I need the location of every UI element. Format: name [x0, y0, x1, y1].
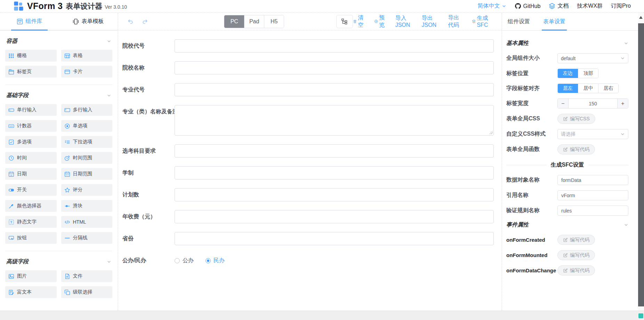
chevron-down-icon[interactable] [107, 93, 111, 98]
widget-cascader[interactable]: 级联选择 [61, 286, 113, 298]
section-header-container[interactable]: 容器 [6, 38, 111, 45]
edit-global-functions-button[interactable]: 编写代码 [557, 144, 595, 154]
export-code-button[interactable]: 导出代码 [448, 14, 463, 29]
widget-date-range[interactable]: 日期范围 [61, 168, 113, 180]
widget-date[interactable]: 日期 [5, 168, 57, 180]
widget-card[interactable]: 卡片 [61, 66, 113, 78]
widget-number[interactable]: 计数器 [5, 120, 57, 132]
widget-multi-line-input[interactable]: 多行输入 [61, 104, 113, 116]
label-align-left[interactable]: 居左 [558, 84, 578, 93]
widget-select[interactable]: 下拉选项 [61, 136, 113, 148]
ref-name-input[interactable] [557, 190, 628, 200]
widget-switch[interactable]: 开关 [5, 184, 57, 196]
custom-class-select[interactable]: 请选择 [557, 129, 628, 139]
device-pad[interactable]: Pad [244, 15, 264, 28]
form-field-row[interactable]: 院校代号 [122, 39, 494, 53]
basic-props-header[interactable]: 基本属性 [506, 40, 628, 47]
widget-rate[interactable]: 评分 [61, 184, 113, 196]
label-position-left[interactable]: 左边 [558, 69, 578, 78]
widget-checkbox[interactable]: 多选项 [5, 136, 57, 148]
textarea-resize-handle[interactable] [489, 130, 493, 134]
widget-slider[interactable]: 滑块 [61, 200, 113, 212]
form-field-row[interactable]: 公办/民办 公办 民办 [122, 254, 494, 267]
widget-rich-editor[interactable]: 富文本 [5, 286, 57, 298]
edit-css-button[interactable]: 编写CSS [557, 114, 595, 124]
label-align-right[interactable]: 居右 [598, 84, 618, 93]
chevron-down-icon[interactable] [107, 259, 111, 264]
widget-color-picker[interactable]: 颜色选择器 [5, 200, 57, 212]
undo-icon[interactable] [127, 17, 134, 26]
tab-form-template[interactable]: 表单模板 [59, 13, 118, 30]
model-name-input[interactable] [557, 175, 628, 185]
widget-grid[interactable]: 栅格 [5, 50, 57, 62]
label-align-center[interactable]: 居中 [578, 84, 598, 93]
redo-icon[interactable] [142, 17, 148, 26]
import-json-button[interactable]: 导入JSON [395, 15, 413, 28]
widget-static-text[interactable]: 静态文字 [5, 216, 57, 228]
form-field-row[interactable]: 年收费（元） [122, 210, 494, 223]
widget-button[interactable]: 按钮 [5, 232, 57, 244]
widget-file[interactable]: 文件 [61, 270, 113, 282]
outline-tree-button[interactable] [336, 15, 353, 28]
field-input-yxdh[interactable] [175, 39, 494, 53]
stepper-increase-button[interactable]: + [618, 99, 628, 108]
device-h5[interactable]: H5 [264, 15, 284, 28]
widget-tab-page[interactable]: 标签页 [5, 66, 57, 78]
widget-size-select[interactable]: default [557, 53, 628, 63]
field-input-jhs[interactable] [175, 188, 494, 201]
rules-name-input[interactable] [557, 206, 628, 216]
field-input-xkkm[interactable] [175, 144, 494, 158]
form-field-row[interactable]: 院校名称 [122, 61, 494, 74]
radio-option-private[interactable]: 民办 [206, 257, 225, 264]
form-field-row[interactable]: 专业（类）名称及备注 [122, 105, 494, 136]
scrollbar-up-arrow-icon[interactable] [639, 16, 643, 19]
widget-time-range[interactable]: 时间范围 [61, 152, 113, 164]
widget-single-line-input[interactable]: 单行输入 [5, 104, 57, 116]
docs-link[interactable]: 文档 [549, 2, 569, 10]
edit-onformmounted-button[interactable]: 编写代码 [557, 250, 595, 260]
tab-widget-library[interactable]: 组件库 [0, 13, 59, 30]
form-field-row[interactable]: 选考科目要求 [122, 144, 494, 158]
form-field-row[interactable]: 计划数 [122, 188, 494, 201]
field-input-zydh[interactable] [175, 83, 494, 96]
preview-button[interactable]: 预览 [374, 14, 387, 29]
form-canvas[interactable]: 院校代号 院校名称 专业代号 专业（类）名称及备注 [118, 31, 501, 311]
device-pc[interactable]: PC [224, 15, 244, 28]
event-props-header[interactable]: 事件属性 [506, 221, 628, 229]
tab-form-settings[interactable]: 表单设置 [542, 13, 567, 30]
vertical-scrollbar[interactable] [638, 13, 644, 311]
export-json-button[interactable]: 导出JSON [421, 15, 439, 28]
chevron-down-icon[interactable] [624, 223, 628, 227]
field-input-sf[interactable] [175, 232, 494, 245]
chevron-down-icon[interactable] [107, 39, 111, 43]
widget-html[interactable]: HTML [61, 216, 113, 228]
widget-table[interactable]: 表格 [61, 50, 113, 62]
github-link[interactable]: GitHub [515, 3, 541, 9]
edit-onformdatachange-button[interactable]: 编写代码 [557, 265, 595, 275]
radio-option-public[interactable]: 公办 [175, 257, 194, 264]
section-header-basic-fields[interactable]: 基础字段 [6, 92, 111, 99]
widget-picture[interactable]: 图片 [5, 270, 57, 282]
stepper-decrease-button[interactable]: − [558, 99, 568, 108]
form-field-row[interactable]: 学制 [122, 166, 494, 179]
label-width-value[interactable]: 150 [568, 99, 618, 108]
field-textarea-zymc[interactable] [175, 105, 494, 136]
chevron-down-icon[interactable] [624, 41, 628, 46]
widget-time[interactable]: 时间 [5, 152, 57, 164]
generate-sfc-button[interactable]: 生成SFC [472, 15, 492, 28]
subscribe-pro-link[interactable]: 订阅Pro [611, 2, 631, 10]
field-input-xz[interactable] [175, 166, 494, 179]
form-field-row[interactable]: 专业代号 [122, 83, 494, 96]
field-input-yxmc[interactable] [175, 61, 494, 74]
field-input-nsf[interactable] [175, 210, 494, 223]
language-selector[interactable]: 简体中文 [478, 2, 506, 10]
tab-widget-settings[interactable]: 组件设置 [506, 13, 531, 30]
label-position-top[interactable]: 顶部 [578, 69, 598, 78]
widget-divider[interactable]: 分隔线 [61, 232, 113, 244]
section-header-advanced-fields[interactable]: 高级字段 [6, 258, 111, 265]
clear-button[interactable]: 清空 [353, 14, 365, 29]
edit-onformcreated-button[interactable]: 编写代码 [557, 235, 595, 245]
widget-radio[interactable]: 单选项 [61, 120, 113, 132]
scrollbar-thumb[interactable] [638, 23, 644, 306]
form-field-row[interactable]: 省份 [122, 232, 494, 245]
